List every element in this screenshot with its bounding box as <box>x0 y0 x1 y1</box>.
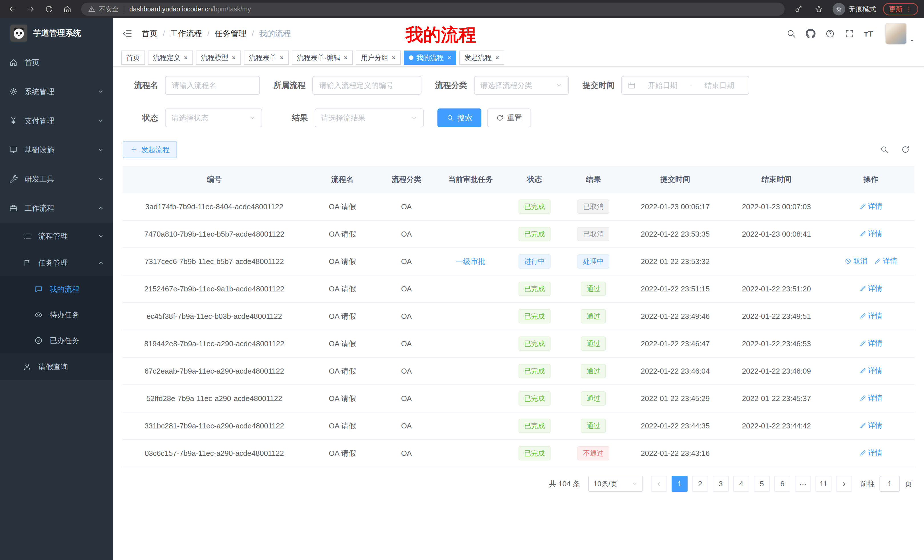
key-icon[interactable] <box>792 2 805 16</box>
process-definition-input[interactable] <box>312 76 422 95</box>
detail-button[interactable]: 详情 <box>860 421 882 430</box>
sidebar-item-home[interactable]: 首页 <box>0 48 113 77</box>
category-select[interactable]: 请选择流程分类 <box>474 76 569 95</box>
breadcrumb-item[interactable]: 工作流程 <box>170 28 202 39</box>
help-icon[interactable] <box>825 29 835 39</box>
cell-category: OA <box>379 385 434 412</box>
result-select[interactable]: 请选择流结果 <box>315 108 424 127</box>
sidebar-fold-button[interactable] <box>122 28 132 39</box>
close-icon[interactable]: × <box>184 54 188 61</box>
page-button-6[interactable]: 6 <box>774 476 790 492</box>
detail-button[interactable]: 详情 <box>860 202 882 211</box>
monitor-icon <box>9 145 18 154</box>
close-icon[interactable]: × <box>344 54 348 61</box>
sidebar-item-done-task[interactable]: 已办任务 <box>0 328 113 353</box>
chat-icon <box>34 285 43 293</box>
sidebar-item-todo-task[interactable]: 待办任务 <box>0 302 113 328</box>
close-icon[interactable]: × <box>392 54 396 61</box>
sidebar-item-process-mgmt[interactable]: 流程管理 <box>0 223 113 250</box>
close-icon[interactable]: × <box>495 54 499 61</box>
tab-首页[interactable]: 首页 <box>121 51 145 65</box>
detail-button[interactable]: 详情 <box>860 393 882 403</box>
refresh-table-icon[interactable] <box>901 145 910 154</box>
prev-page-button[interactable] <box>651 476 667 492</box>
tab-流程模型[interactable]: 流程模型× <box>196 51 241 65</box>
browser-home-button[interactable] <box>60 2 74 16</box>
page-button-1[interactable]: 1 <box>672 476 688 492</box>
cell-category: OA <box>379 275 434 302</box>
sidebar-item-infra[interactable]: 基础设施 <box>0 135 113 165</box>
detail-button[interactable]: 详情 <box>874 256 897 266</box>
cell-task <box>434 412 507 440</box>
task-link[interactable]: 一级审批 <box>456 257 485 266</box>
pager-ellipsis[interactable]: ··· <box>795 476 811 492</box>
tab-流程表单[interactable]: 流程表单× <box>244 51 289 65</box>
cell-status: 已完成 <box>507 275 562 302</box>
goto-page-input[interactable] <box>879 476 900 492</box>
cell-end-time: 2022-01-22 23:45:37 <box>726 385 828 412</box>
sidebar-item-devtools[interactable]: 研发工具 <box>0 165 113 193</box>
column-header: 流程名 <box>306 166 379 193</box>
tab-用户分组[interactable]: 用户分组× <box>356 51 401 65</box>
status-select[interactable]: 请选择状态 <box>165 108 262 127</box>
reset-button[interactable]: 重置 <box>487 108 531 127</box>
close-icon[interactable]: × <box>280 54 284 61</box>
detail-button[interactable]: 详情 <box>860 448 882 458</box>
sidebar-item-system[interactable]: 系统管理 <box>0 77 113 106</box>
next-page-button[interactable] <box>836 476 852 492</box>
page-size-select[interactable]: 10条/页 <box>588 476 643 492</box>
close-icon[interactable]: × <box>447 54 451 61</box>
detail-button[interactable]: 详情 <box>860 229 882 238</box>
detail-button[interactable]: 详情 <box>860 311 882 320</box>
browser-reload-button[interactable] <box>42 2 56 16</box>
chevron-up-icon <box>98 260 104 266</box>
tab-发起流程[interactable]: 发起流程× <box>459 51 504 65</box>
user-menu[interactable] <box>885 23 915 45</box>
bookmark-star-icon[interactable] <box>812 2 826 16</box>
tab-我的流程[interactable]: 我的流程× <box>404 51 456 65</box>
cancel-button[interactable]: 取消 <box>844 256 867 266</box>
sidebar-item-my-process[interactable]: 我的流程 <box>0 276 113 302</box>
result-badge: 处理中 <box>578 254 609 269</box>
browser-back-button[interactable] <box>6 2 20 16</box>
search-icon[interactable] <box>786 29 796 39</box>
date-range-picker[interactable]: 开始日期 - 结束日期 <box>621 76 749 95</box>
sidebar-item-task-mgmt[interactable]: 任务管理 <box>0 250 113 276</box>
tab-流程定义[interactable]: 流程定义× <box>148 51 193 65</box>
result-badge: 已取消 <box>578 199 609 214</box>
search-button[interactable]: 搜索 <box>438 108 482 127</box>
page-button-11[interactable]: 11 <box>816 476 831 492</box>
detail-button[interactable]: 详情 <box>860 284 882 293</box>
app-logo-row[interactable]: 芋道管理系统 <box>0 18 113 48</box>
close-icon[interactable]: × <box>232 54 236 61</box>
page-button-2[interactable]: 2 <box>692 476 708 492</box>
chevron-down-icon <box>632 481 638 487</box>
browser-update-button[interactable]: 更新 <box>883 3 918 15</box>
tags-view-bar: 首页流程定义×流程模型×流程表单×流程表单-编辑×用户分组×我的流程×发起流程× <box>113 49 924 67</box>
address-bar[interactable]: 不安全 dashboard.yudao.iocoder.cn /bpm/task… <box>81 3 784 16</box>
page-button-5[interactable]: 5 <box>754 476 770 492</box>
hide-search-icon[interactable] <box>880 145 889 154</box>
sidebar-item-workflow[interactable]: 工作流程 <box>0 193 113 223</box>
cell-status: 已完成 <box>507 330 562 357</box>
font-size-icon[interactable]: TT <box>864 29 873 39</box>
process-table: 编号流程名流程分类当前审批任务状态结果提交时间结束时间操作 3ad174fb-7… <box>123 166 914 467</box>
sidebar-item-leave-query[interactable]: 请假查询 <box>0 353 113 380</box>
goto-label: 前往 <box>860 479 875 489</box>
cell-name: OA 请假 <box>306 248 379 275</box>
browser-forward-button[interactable] <box>24 2 38 16</box>
process-name-input[interactable] <box>165 76 260 95</box>
page-button-3[interactable]: 3 <box>713 476 729 492</box>
page-button-4[interactable]: 4 <box>733 476 749 492</box>
cell-submit-time: 2022-01-22 23:45:29 <box>625 385 726 412</box>
breadcrumb-item[interactable]: 任务管理 <box>215 28 247 39</box>
filter-row-1: 流程名 所属流程 流程分类 请选择流程分类 <box>123 76 914 95</box>
breadcrumb-item[interactable]: 首页 <box>142 28 158 39</box>
tab-流程表单-编辑[interactable]: 流程表单-编辑× <box>292 51 353 65</box>
fullscreen-icon[interactable] <box>844 29 854 39</box>
github-icon[interactable] <box>806 29 816 39</box>
sidebar-item-payment[interactable]: 支付管理 <box>0 106 113 135</box>
detail-button[interactable]: 详情 <box>860 338 882 348</box>
create-process-button[interactable]: 发起流程 <box>123 141 177 158</box>
detail-button[interactable]: 详情 <box>860 366 882 375</box>
